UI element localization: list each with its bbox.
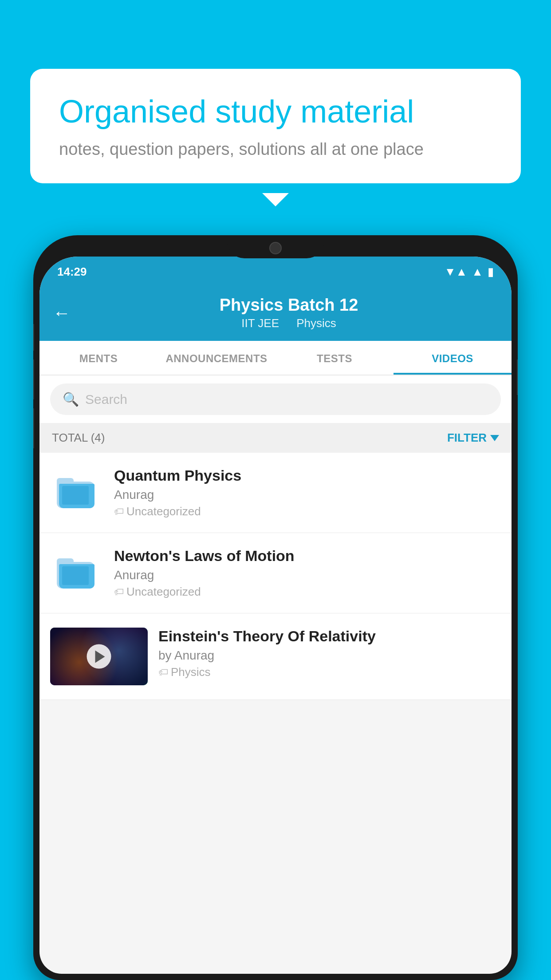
speech-bubble-section: Organised study material notes, question… [30, 69, 521, 183]
phone-frame: 14:29 ▼▲ ▲ ▮ ← Physics Batch 12 IIT JEE … [33, 235, 518, 980]
bubble-subtitle: notes, question papers, solutions all at… [59, 140, 492, 159]
list-item[interactable]: Einstein's Theory Of Relativity by Anura… [39, 613, 512, 700]
item-info: Quantum Physics Anurag 🏷 Uncategorized [114, 467, 501, 518]
power-button [517, 360, 518, 395]
item-author: Anurag [114, 568, 501, 582]
play-icon [95, 650, 105, 663]
folder-icon [57, 553, 97, 589]
header-title: Physics Batch 12 [79, 296, 498, 315]
app-header: ← Physics Batch 12 IIT JEE Physics [39, 287, 512, 341]
header-subtitle-course: IIT JEE [241, 316, 279, 330]
battery-icon: ▮ [488, 265, 494, 279]
header-title-group: Physics Batch 12 IIT JEE Physics [79, 296, 498, 330]
item-thumbnail-video [50, 628, 148, 685]
item-author: by Anurag [158, 648, 501, 663]
phone-notch [227, 235, 324, 258]
item-tag: 🏷 Physics [158, 665, 501, 679]
silent-button [33, 408, 34, 448]
header-subtitle-subject: Physics [296, 316, 336, 330]
volume-down-button [33, 360, 34, 399]
list-item[interactable]: Quantum Physics Anurag 🏷 Uncategorized [39, 453, 512, 533]
phone-screen: 14:29 ▼▲ ▲ ▮ ← Physics Batch 12 IIT JEE … [39, 257, 512, 974]
header-subtitle: IIT JEE Physics [79, 316, 498, 330]
video-list: Quantum Physics Anurag 🏷 Uncategorized [39, 453, 512, 700]
tab-videos[interactable]: VIDEOS [394, 341, 512, 375]
item-thumbnail-folder [50, 547, 103, 594]
tab-ments[interactable]: MENTS [39, 341, 157, 375]
filter-icon [490, 435, 499, 441]
status-bar: 14:29 ▼▲ ▲ ▮ [39, 257, 512, 287]
search-input[interactable]: Search [85, 392, 127, 407]
tag-icon: 🏷 [158, 667, 168, 678]
item-tag: 🏷 Uncategorized [114, 585, 501, 599]
tag-icon: 🏷 [114, 586, 124, 598]
filter-bar: TOTAL (4) FILTER [39, 423, 512, 453]
filter-label: FILTER [447, 431, 487, 445]
signal-icon: ▲ [472, 265, 483, 279]
search-bar-container: 🔍 Search [39, 375, 512, 423]
status-time: 14:29 [57, 265, 87, 279]
item-thumbnail-folder [50, 467, 103, 514]
tab-announcements[interactable]: ANNOUNCEMENTS [157, 341, 276, 375]
play-button[interactable] [87, 644, 111, 669]
back-button[interactable]: ← [53, 303, 71, 323]
item-title: Quantum Physics [114, 467, 501, 484]
filter-button[interactable]: FILTER [447, 431, 499, 445]
status-icons: ▼▲ ▲ ▮ [445, 265, 494, 279]
tag-icon: 🏷 [114, 506, 124, 518]
search-bar[interactable]: 🔍 Search [50, 383, 501, 415]
tabs-bar: MENTS ANNOUNCEMENTS TESTS VIDEOS [39, 341, 512, 375]
tab-tests[interactable]: TESTS [276, 341, 394, 375]
total-count: TOTAL (4) [52, 431, 105, 445]
item-author: Anurag [114, 488, 501, 502]
bubble-title: Organised study material [59, 93, 492, 130]
list-item[interactable]: Newton's Laws of Motion Anurag 🏷 Uncateg… [39, 533, 512, 613]
front-camera [269, 242, 282, 254]
search-icon: 🔍 [63, 391, 79, 407]
item-tag: 🏷 Uncategorized [114, 505, 501, 518]
item-info: Newton's Laws of Motion Anurag 🏷 Uncateg… [114, 547, 501, 599]
item-info: Einstein's Theory Of Relativity by Anura… [158, 628, 501, 679]
wifi-icon: ▼▲ [445, 265, 467, 279]
item-title: Einstein's Theory Of Relativity [158, 628, 501, 645]
speech-bubble: Organised study material notes, question… [30, 69, 521, 183]
volume-up-button [33, 324, 34, 351]
item-title: Newton's Laws of Motion [114, 547, 501, 565]
folder-icon [57, 473, 97, 508]
